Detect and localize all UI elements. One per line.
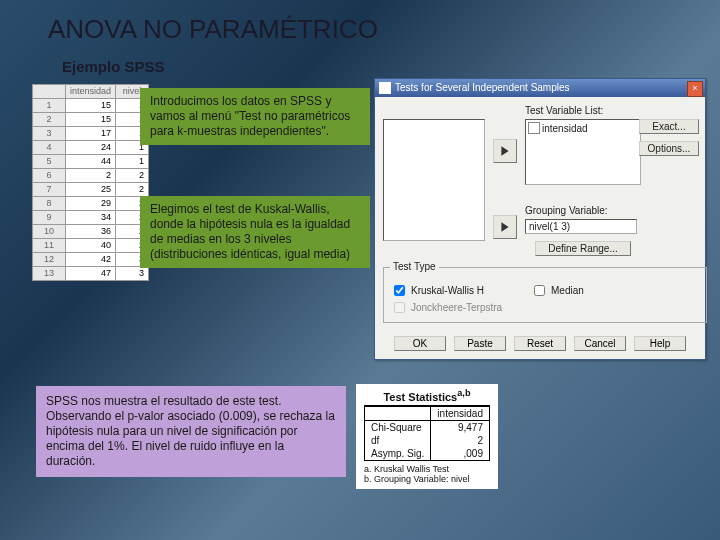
table-row: 1151 [33,99,149,113]
stat-label: Asymp. Sig. [365,447,431,461]
table-row: 12423 [33,253,149,267]
table-row: 8292 [33,197,149,211]
stats-col: intensidad [431,406,490,421]
gv-label: Grouping Variable: [525,205,608,216]
source-listbox[interactable] [383,119,485,241]
cell: 25 [66,183,116,197]
help-button[interactable]: Help [634,336,686,351]
test-type-fieldset: Test Type Kruskal-Wallis H Median Jonckh… [383,267,707,323]
cancel-button[interactable]: Cancel [574,336,626,351]
move-right-button-1[interactable] [493,139,517,163]
data-table: intensidadnivel 115121513171424154416227… [32,84,149,281]
table-row: 2151 [33,113,149,127]
kw-checkbox[interactable]: Kruskal-Wallis H [390,282,530,299]
cell: 15 [66,113,116,127]
result-box: SPSS nos muestra el resultado de este te… [36,386,346,477]
table-row: 9342 [33,211,149,225]
row-header: 3 [33,127,66,141]
row-header: 13 [33,267,66,281]
tvl-label: Test Variable List: [525,105,603,116]
app-icon [379,82,391,94]
table-row: 5441 [33,155,149,169]
variable-icon [528,122,540,134]
spss-dialog: Tests for Several Independent Samples × … [374,78,706,360]
cell: 34 [66,211,116,225]
cell: 42 [66,253,116,267]
cell: 3 [116,267,149,281]
row-header: 9 [33,211,66,225]
row-header: 6 [33,169,66,183]
stats-row: Chi-Square9,477 [365,420,490,434]
jt-checkbox[interactable]: Jonckheere-Terpstra [390,299,530,316]
stats-row: Asymp. Sig.,009 [365,447,490,461]
stat-label: df [365,434,431,447]
paste-button[interactable]: Paste [454,336,506,351]
table-row: 4241 [33,141,149,155]
options-button[interactable]: Options... [639,141,699,156]
stats-table: intensidad Chi-Square9,477df2Asymp. Sig.… [364,405,490,461]
reset-button[interactable]: Reset [514,336,566,351]
cell: 44 [66,155,116,169]
table-row: 13473 [33,267,149,281]
stats-title: Test Statistics [383,391,457,403]
cell: 24 [66,141,116,155]
svg-marker-1 [501,222,508,232]
row-header: 11 [33,239,66,253]
cell: 47 [66,267,116,281]
grouping-variable-field[interactable]: nivel(1 3) [525,219,637,234]
row-header: 8 [33,197,66,211]
arrow-right-icon [499,145,511,157]
col-header: intensidad [66,85,116,99]
jt-label: Jonckheere-Terpstra [411,302,502,313]
cell: 36 [66,225,116,239]
ok-button[interactable]: OK [394,336,446,351]
row-header: 12 [33,253,66,267]
median-checkbox-input[interactable] [534,285,545,296]
row-header: 2 [33,113,66,127]
table-row: 3171 [33,127,149,141]
cell: 2 [116,169,149,183]
title: ANOVA NO PARAMÉTRICO [48,14,378,45]
row-header: 10 [33,225,66,239]
explain-box-2: Elegimos el test de Kuskal-Wallis, donde… [140,196,370,268]
stats-notes: a. Kruskal Wallis Testb. Grouping Variab… [364,464,490,486]
test-type-legend: Test Type [390,261,439,272]
test-statistics-output: Test Statisticsa,b intensidad Chi-Square… [356,384,498,489]
slide-root: ANOVA NO PARAMÉTRICO Ejemplo SPSS intens… [0,0,720,540]
svg-marker-0 [501,146,508,156]
stat-value: 9,477 [431,420,490,434]
kw-label: Kruskal-Wallis H [411,285,484,296]
stat-label: Chi-Square [365,420,431,434]
cell: 17 [66,127,116,141]
stats-sup: a,b [457,388,470,398]
dialog-body: Test Variable List: intensidad Grouping … [375,97,705,117]
explain-box-1: Introducimos los datos en SPSS y vamos a… [140,88,370,145]
cell: 40 [66,239,116,253]
kw-checkbox-input[interactable] [394,285,405,296]
dialog-buttons: OK Paste Reset Cancel Help [375,336,705,351]
stat-value: 2 [431,434,490,447]
median-checkbox[interactable]: Median [530,282,670,299]
cell: 2 [66,169,116,183]
footnote: b. Grouping Variable: nivel [364,474,490,485]
close-icon[interactable]: × [687,81,703,97]
row-header: 5 [33,155,66,169]
jt-checkbox-input [394,302,405,313]
row-header: 1 [33,99,66,113]
stats-row: df2 [365,434,490,447]
table-row: 10362 [33,225,149,239]
tvl-item: intensidad [542,123,588,134]
stats-heading: Test Statisticsa,b [364,388,490,403]
cell: 2 [116,183,149,197]
define-range-button[interactable]: Define Range... [535,241,631,256]
row-header: 7 [33,183,66,197]
row-header: 4 [33,141,66,155]
test-variable-listbox[interactable]: intensidad [525,119,641,185]
exact-button[interactable]: Exact... [639,119,699,134]
dialog-title-text: Tests for Several Independent Samples [395,79,570,97]
move-right-button-2[interactable] [493,215,517,239]
median-label: Median [551,285,584,296]
cell: 15 [66,99,116,113]
table-row: 11402 [33,239,149,253]
footnote: a. Kruskal Wallis Test [364,464,490,475]
